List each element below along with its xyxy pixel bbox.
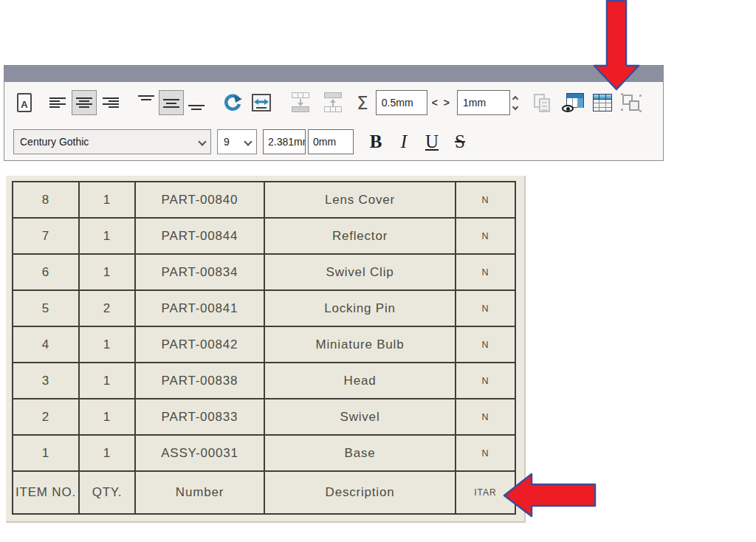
valign-top-icon (137, 93, 156, 112)
description-cell[interactable]: Swivel Clip (264, 254, 456, 290)
align-center-button[interactable] (72, 90, 97, 115)
strikethrough-button[interactable]: S (448, 128, 472, 156)
valign-bottom-button[interactable] (187, 93, 206, 112)
underline-button[interactable]: U (420, 128, 444, 156)
valign-top-button[interactable] (137, 93, 156, 112)
rotate-text-button[interactable] (222, 92, 243, 113)
table-row: 5 2 PART-00841 Locking Pin N (13, 290, 515, 326)
spinner-up-icon[interactable] (512, 95, 518, 101)
valign-middle-icon (162, 93, 181, 112)
italic-button[interactable]: I (392, 128, 416, 156)
qty-cell[interactable]: 1 (79, 435, 135, 471)
description-cell[interactable]: Lens Cover (264, 182, 456, 218)
item-no-cell[interactable]: 5 (13, 290, 79, 326)
margin-input[interactable]: 0mm (308, 129, 354, 154)
table-row: 6 1 PART-00834 Swivel Clip N (13, 254, 515, 290)
qty-cell[interactable]: 2 (79, 290, 135, 326)
number-cell[interactable]: PART-00833 (135, 399, 264, 435)
number-cell[interactable]: ASSY-00031 (135, 435, 264, 471)
itar-flag-cell[interactable]: N (456, 326, 515, 363)
number-cell[interactable]: PART-00840 (135, 182, 264, 218)
qty-cell[interactable]: 1 (79, 182, 135, 218)
screenshot-canvas: A (0, 0, 756, 542)
border-editing-icon (621, 93, 642, 112)
table-row: 1 1 ASSY-00031 Base N (13, 435, 515, 471)
rotate-icon (222, 92, 243, 113)
item-no-cell[interactable]: 7 (13, 218, 79, 254)
padding-spinner[interactable] (510, 90, 520, 115)
number-cell[interactable]: PART-00842 (135, 326, 264, 363)
align-right-icon (100, 93, 119, 112)
item-no-cell[interactable]: 4 (13, 326, 79, 363)
valign-bottom-icon (187, 93, 206, 112)
fit-text-icon (252, 94, 271, 112)
item-no-cell[interactable]: 6 (13, 254, 79, 290)
header-number[interactable]: Number (135, 471, 264, 514)
header-description[interactable]: Description (264, 471, 456, 514)
cell-padding-input[interactable]: 1mm (457, 90, 510, 115)
text-format-button[interactable]: A (17, 93, 32, 112)
arrow-down-annotation-icon (591, 0, 642, 92)
cell-padding-decrease-button[interactable] (290, 92, 311, 113)
cell-spacing-input[interactable]: 0.5mm (376, 90, 427, 115)
hide-table-button[interactable] (562, 93, 584, 112)
qty-cell[interactable]: 1 (79, 363, 135, 399)
qty-cell[interactable]: 1 (79, 326, 135, 363)
row-height-input[interactable]: 2.381mm (263, 129, 306, 154)
paste-button[interactable] (532, 92, 553, 113)
itar-flag-cell[interactable]: N (456, 290, 515, 326)
table-header-toggle-button[interactable] (593, 94, 612, 112)
itar-flag-cell[interactable]: N (456, 435, 515, 471)
itar-flag-cell[interactable]: N (456, 363, 515, 399)
header-qty[interactable]: QTY. (79, 471, 135, 514)
description-cell[interactable]: Base (264, 435, 456, 471)
sum-button[interactable]: Σ (357, 94, 368, 112)
table-row: 7 1 PART-00844 Reflector N (13, 218, 515, 254)
cell-padding-increase-button[interactable] (323, 92, 343, 113)
bold-button[interactable]: B (364, 128, 388, 156)
paste-icon (532, 92, 553, 113)
border-editing-button[interactable] (621, 93, 642, 112)
header-item-no[interactable]: ITEM NO. (13, 471, 79, 514)
qty-cell[interactable]: 1 (79, 399, 135, 435)
description-cell[interactable]: Miniature Bulb (264, 326, 456, 363)
description-cell[interactable]: Locking Pin (264, 290, 456, 326)
table-format-toolbar-window: A (4, 65, 664, 161)
fit-text-button[interactable] (252, 94, 271, 112)
font-family-value: Century Gothic (14, 136, 194, 148)
toolbar-row-2: Century Gothic 9 2.381mm 0mm B I U S (4, 123, 663, 160)
itar-flag-cell[interactable]: N (456, 218, 515, 254)
valign-middle-button[interactable] (159, 90, 184, 115)
item-no-cell[interactable]: 8 (13, 182, 79, 218)
toolbar-titlebar[interactable] (4, 66, 663, 82)
arrow-left-annotation-icon (501, 471, 598, 518)
chevron-down-icon (244, 137, 252, 145)
itar-flag-cell[interactable]: N (456, 254, 515, 290)
description-cell[interactable]: Swivel (264, 399, 456, 435)
table-row: 3 1 PART-00838 Head N (13, 363, 515, 399)
number-cell[interactable]: PART-00844 (135, 218, 264, 254)
item-no-cell[interactable]: 3 (13, 363, 79, 399)
font-size-select[interactable]: 9 (217, 129, 257, 154)
bom-table: 8 1 PART-00840 Lens Cover N 7 1 PART-008… (12, 181, 516, 515)
spacing-left-right-arrows[interactable]: < > (432, 97, 451, 109)
spinner-down-icon[interactable] (512, 103, 518, 109)
number-cell[interactable]: PART-00841 (135, 290, 264, 326)
description-cell[interactable]: Head (264, 363, 456, 399)
qty-cell[interactable]: 1 (79, 254, 135, 290)
align-center-icon (75, 93, 94, 112)
item-no-cell[interactable]: 2 (13, 399, 79, 435)
cell-padding-decrease-icon (290, 92, 311, 113)
item-no-cell[interactable]: 1 (13, 435, 79, 471)
description-cell[interactable]: Reflector (264, 218, 456, 254)
qty-cell[interactable]: 1 (79, 218, 135, 254)
number-cell[interactable]: PART-00838 (135, 363, 264, 399)
align-right-button[interactable] (100, 93, 119, 112)
align-left-button[interactable] (49, 93, 69, 112)
font-family-select[interactable]: Century Gothic (13, 129, 211, 154)
number-cell[interactable]: PART-00834 (135, 254, 264, 290)
chevron-down-icon (198, 137, 206, 145)
itar-flag-cell[interactable]: N (456, 182, 515, 218)
itar-flag-cell[interactable]: N (456, 399, 515, 435)
table-row: 8 1 PART-00840 Lens Cover N (13, 182, 515, 218)
